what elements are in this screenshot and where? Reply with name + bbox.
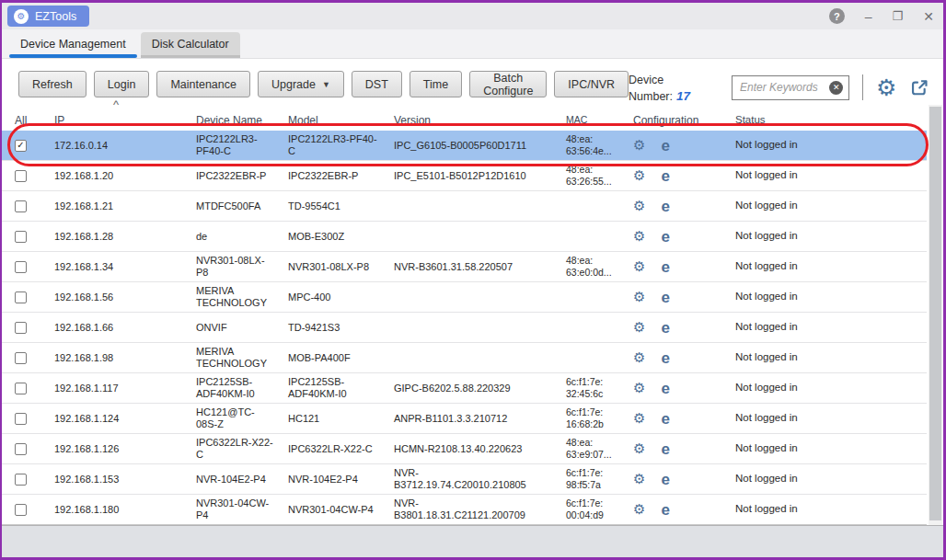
toolbar-buttons: RefreshLoginMaintenanceUpgrade▼DSTTimeBa… xyxy=(18,71,629,97)
column-header-model[interactable]: Model xyxy=(273,114,379,127)
open-in-browser-icon[interactable]: e xyxy=(661,381,669,396)
open-in-browser-icon[interactable]: e xyxy=(661,350,669,366)
column-header-ip[interactable]: IP xyxy=(40,114,181,127)
upgrade-button-label: Upgrade xyxy=(271,78,316,91)
device-config-gear-icon[interactable]: ⚙ xyxy=(633,260,645,274)
mac-line2: 63:e0:0d... xyxy=(566,267,618,279)
device-config-gear-icon[interactable]: ⚙ xyxy=(633,169,645,183)
device-config-gear-icon[interactable]: ⚙ xyxy=(633,139,645,153)
table-row[interactable]: 192.168.1.126IPC6322LR-X22-CIPC6322LR-X2… xyxy=(2,434,927,464)
open-in-browser-icon[interactable]: e xyxy=(661,168,669,184)
table-row[interactable]: 192.168.1.117IPC2125SB-ADF40KM-I0IPC2125… xyxy=(2,373,927,404)
cell-status: Not logged in xyxy=(727,503,927,516)
table-row[interactable]: ✓172.16.0.14IPC2122LR3-PF40-CIPC2122LR3-… xyxy=(2,131,927,161)
tab-device-management[interactable]: Device Management xyxy=(9,32,137,58)
refresh-button[interactable]: Refresh xyxy=(18,71,87,97)
open-in-browser-icon[interactable]: e xyxy=(661,411,669,427)
cell-status: Not logged in xyxy=(727,260,927,273)
row-checkbox[interactable] xyxy=(15,383,27,394)
cell-mac: 48:ea:63:56:4e... xyxy=(549,133,618,157)
row-checkbox[interactable] xyxy=(15,261,27,273)
open-in-browser-icon[interactable]: e xyxy=(661,320,669,336)
device-config-gear-icon[interactable]: ⚙ xyxy=(633,291,645,304)
upgrade-button[interactable]: Upgrade▼ xyxy=(258,71,344,97)
device-config-gear-icon[interactable]: ⚙ xyxy=(633,321,645,335)
table-row[interactable]: 192.168.1.98MERIVA TECHNOLOGYMOB-PA400F⚙… xyxy=(2,343,927,373)
row-checkbox[interactable] xyxy=(15,291,27,303)
open-in-browser-icon[interactable]: e xyxy=(661,199,669,214)
row-checkbox[interactable] xyxy=(15,413,27,425)
table-row[interactable]: 192.168.1.153NVR-104E2-P4NVR-104E2-P4NVR… xyxy=(2,464,927,495)
clear-search-icon[interactable]: ✕ xyxy=(829,81,843,95)
close-button[interactable]: ✕ xyxy=(923,10,934,23)
scrollbar-thumb[interactable] xyxy=(929,107,941,520)
table-row[interactable]: 192.168.1.20IPC2322EBR-PIPC2322EBR-PIPC_… xyxy=(2,161,927,191)
column-header-version[interactable]: Version xyxy=(379,114,549,127)
open-in-browser-icon[interactable]: e xyxy=(661,259,669,275)
device-config-gear-icon[interactable]: ⚙ xyxy=(633,503,645,517)
table-row[interactable]: 192.168.1.56MERIVA TECHNOLOGYMPC-400⚙eNo… xyxy=(2,282,927,313)
row-checkbox[interactable] xyxy=(15,443,27,455)
cell-select xyxy=(2,170,40,182)
cell-version: GIPC-B6202.5.88.220329 xyxy=(379,383,549,394)
row-checkbox[interactable] xyxy=(15,231,27,243)
column-header-mac[interactable]: MAC xyxy=(549,114,618,126)
row-checkbox[interactable] xyxy=(15,474,27,486)
cell-configuration: ⚙e xyxy=(618,229,727,245)
column-header-status[interactable]: Status xyxy=(727,114,927,127)
time-button[interactable]: Time xyxy=(410,71,462,97)
ipc-nvr-button[interactable]: IPC/NVR xyxy=(554,71,629,97)
cell-select xyxy=(2,504,40,516)
cell-device-name: NVR301-08LX-P8 xyxy=(181,255,273,279)
export-icon[interactable] xyxy=(909,76,930,99)
dropdown-arrow-icon: ▼ xyxy=(322,80,330,89)
table-row[interactable]: 192.168.1.28deMOB-E300Z⚙eNot logged in xyxy=(2,222,927,252)
row-checkbox[interactable] xyxy=(15,170,27,182)
minimize-button[interactable]: – xyxy=(865,10,872,23)
column-header-configuration[interactable]: Configuration xyxy=(618,114,727,127)
column-header-device-name[interactable]: Device Name xyxy=(181,114,273,127)
open-in-browser-icon[interactable]: e xyxy=(661,441,669,457)
row-checkbox[interactable] xyxy=(15,322,27,334)
sort-ascending-icon[interactable]: ^ xyxy=(113,97,119,111)
column-header-all[interactable]: All xyxy=(2,114,40,127)
settings-gear-icon[interactable]: ⚙ xyxy=(876,76,896,99)
search-input[interactable] xyxy=(740,81,839,94)
open-in-browser-icon[interactable]: e xyxy=(661,502,669,518)
cell-ip: 192.168.1.153 xyxy=(40,474,181,486)
table-row[interactable]: 192.168.1.21MTDFC500FATD-9554C1⚙eNot log… xyxy=(2,191,927,222)
device-config-gear-icon[interactable]: ⚙ xyxy=(633,200,645,213)
row-checkbox[interactable]: ✓ xyxy=(15,140,27,152)
login-button[interactable]: Login xyxy=(94,71,150,97)
device-config-gear-icon[interactable]: ⚙ xyxy=(633,382,645,395)
open-in-browser-icon[interactable]: e xyxy=(661,138,669,154)
open-in-browser-icon[interactable]: e xyxy=(661,290,669,305)
table-row[interactable]: 192.168.1.34NVR301-08LX-P8NVR301-08LX-P8… xyxy=(2,252,927,282)
maintenance-button-label: Maintenance xyxy=(170,78,236,91)
device-config-gear-icon[interactable]: ⚙ xyxy=(633,412,645,426)
cell-status: Not logged in xyxy=(727,200,927,212)
cell-model: IPC2125SB-ADF40KM-I0 xyxy=(273,376,379,400)
table-row[interactable]: 192.168.1.66ONVIFTD-9421S3⚙eNot logged i… xyxy=(2,313,927,343)
open-in-browser-icon[interactable]: e xyxy=(661,229,669,245)
cell-ip: 192.168.1.20 xyxy=(40,170,181,182)
dst-button[interactable]: DST xyxy=(352,71,402,97)
maintenance-button[interactable]: Maintenance xyxy=(156,71,250,97)
device-config-gear-icon[interactable]: ⚙ xyxy=(633,230,645,244)
tab-disk-calculator[interactable]: Disk Calculator xyxy=(141,32,240,58)
mac-line2: 98:f5:7a xyxy=(566,479,618,491)
device-config-gear-icon[interactable]: ⚙ xyxy=(633,442,645,456)
batch-configure-button[interactable]: Batch Configure xyxy=(469,71,547,97)
help-icon[interactable]: ? xyxy=(829,8,845,24)
row-checkbox[interactable] xyxy=(15,352,27,364)
row-checkbox[interactable] xyxy=(15,200,27,212)
vertical-scrollbar[interactable] xyxy=(929,105,942,525)
device-config-gear-icon[interactable]: ⚙ xyxy=(633,473,645,486)
table-row[interactable]: 192.168.1.124HC121@TC-08S-ZHC121ANPR-B11… xyxy=(2,404,927,434)
cell-configuration: ⚙e xyxy=(618,411,727,427)
row-checkbox[interactable] xyxy=(15,504,27,516)
open-in-browser-icon[interactable]: e xyxy=(661,472,669,487)
table-row[interactable]: 192.168.1.180NVR301-04CW-P4NVR301-04CW-P… xyxy=(2,495,927,525)
device-config-gear-icon[interactable]: ⚙ xyxy=(633,351,645,365)
maximize-button[interactable]: ❐ xyxy=(893,10,904,22)
